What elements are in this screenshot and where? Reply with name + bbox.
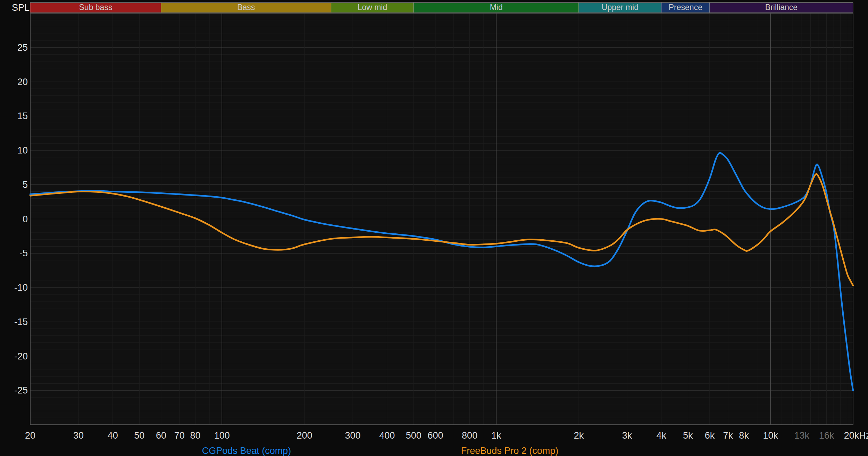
x-tick-label: 4k: [657, 430, 667, 441]
x-tick-label: 80: [190, 430, 201, 441]
band-label: Sub bass: [79, 3, 112, 12]
y-tick-label: 20: [17, 77, 28, 87]
y-tick-label: 25: [17, 42, 28, 53]
legend-freebuds-pro-2[interactable]: FreeBuds Pro 2 (comp): [461, 446, 559, 456]
x-tick-label: 30: [73, 430, 84, 441]
x-tick-label: 8k: [739, 430, 749, 441]
y-tick-label: -20: [14, 351, 28, 362]
y-tick-label: 0: [23, 214, 28, 224]
frequency-response-app: Sub bassBassLow midMidUpper midPresenceB…: [0, 0, 868, 456]
x-tick-label: 3k: [622, 430, 632, 441]
x-tick-label: 400: [379, 430, 395, 441]
spl-axis-title: SPL: [12, 2, 30, 13]
y-tick-label: -15: [14, 317, 28, 327]
y-tick-label: 5: [23, 180, 28, 190]
x-tick-label: 13k: [794, 430, 809, 441]
y-tick-label: -10: [14, 282, 28, 293]
gridlines: [30, 13, 853, 425]
band-label: Brilliance: [765, 3, 798, 12]
x-tick-label: 1k: [491, 430, 501, 441]
frequency-response-chart: Sub bassBassLow midMidUpper midPresenceB…: [0, 0, 868, 456]
band-label: Low mid: [358, 3, 387, 12]
y-tick-label: -25: [14, 385, 28, 396]
x-tick-label: 200: [297, 430, 312, 441]
band-label: Bass: [237, 3, 255, 12]
x-tick-label: 500: [406, 430, 422, 441]
x-tick-label: 300: [345, 430, 361, 441]
legend: CGPods Beat (comp)FreeBuds Pro 2 (comp): [202, 446, 559, 456]
x-tick-label: 70: [174, 430, 185, 441]
frequency-band-bar: Sub bassBassLow midMidUpper midPresenceB…: [30, 2, 853, 13]
x-tick-label: 100: [214, 430, 230, 441]
x-tick-label: 60: [156, 430, 166, 441]
y-axis-tick-labels: 2520151050-5-10-15-20-25: [14, 42, 28, 396]
x-tick-label: 40: [108, 430, 118, 441]
x-tick-label: 20kHz: [844, 430, 868, 441]
y-tick-label: 15: [17, 111, 28, 121]
x-tick-label: 20: [25, 430, 35, 441]
y-tick-label: -5: [19, 248, 28, 258]
x-tick-label: 600: [427, 430, 443, 441]
band-label: Mid: [490, 3, 503, 12]
x-tick-label: 800: [462, 430, 477, 441]
x-tick-label: 16k: [819, 430, 834, 441]
x-tick-label: 10k: [763, 430, 778, 441]
band-label: Upper mid: [602, 3, 639, 12]
x-axis-tick-labels: 203040506070801002003004005006008001k2k3…: [25, 430, 868, 441]
y-tick-label: 10: [17, 145, 28, 156]
x-tick-label: 5k: [683, 430, 693, 441]
x-tick-label: 6k: [705, 430, 715, 441]
x-tick-label: 50: [134, 430, 144, 441]
band-label: Presence: [669, 3, 702, 12]
x-tick-label: 7k: [723, 430, 733, 441]
x-tick-label: 2k: [574, 430, 584, 441]
legend-cgpods-beat[interactable]: CGPods Beat (comp): [202, 446, 291, 456]
